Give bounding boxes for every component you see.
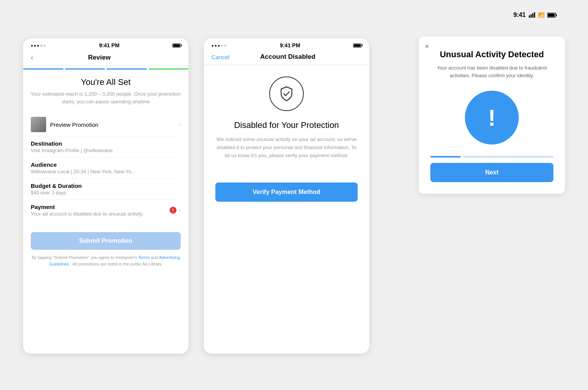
destination-section: Destination Visit Instagram Profile | @w… [31,136,181,158]
audience-value: Willowvane Local | 20-34 | New York, New… [31,169,181,174]
progress-seg-1 [23,68,63,70]
phone2-cancel-button[interactable]: Cancel [212,54,230,60]
phones-container: ●●●○○ 9:41 PM ‹ Review You're All Set Yo… [23,38,385,353]
panel-title: Unusual Activity Detected [430,50,553,60]
shield-icon-container [269,76,304,111]
phone1-time: 9:41 PM [99,42,120,48]
svg-rect-1 [531,14,532,18]
desktop-time: 9:41 [513,12,526,18]
svg-rect-3 [534,12,535,18]
phone1-progress-bar [23,66,188,70]
phone2-status-bar: ●●●○○ 9:41 PM [204,38,369,51]
svg-rect-0 [529,15,530,18]
destination-title: Destination [31,140,181,147]
payment-chevron-icon: › [179,207,181,214]
panel-progress-indicator [430,156,553,158]
phone1-battery [172,43,181,48]
preview-promotion-row[interactable]: Preview Promotion › [31,113,181,136]
phone2-disabled: ●●●○○ 9:41 PM Cancel Account Disabled Di… [204,38,369,353]
disclaimer-pre: By tapping "Submit Promotion" you agree … [32,255,138,260]
disclaimer-post: . All promotions are listed in the publi… [70,262,162,266]
preview-chevron-icon: › [179,121,181,128]
disabled-title: Disabled for Your Protection [215,120,358,130]
desktop-top-bar: 9:41 📶 [0,0,588,31]
phone1-status-bar: ●●●○○ 9:41 PM [23,38,188,51]
phone2-nav-title: Account Disabled [260,53,316,61]
wifi-icon: 📶 [538,12,545,18]
signal-icon [529,12,536,18]
payment-title: Payment [31,204,143,210]
phone2-signal-dots: ●●●○○ [212,43,227,48]
alert-icon: ! [488,105,496,131]
svg-text:📶: 📶 [538,12,545,18]
next-button[interactable]: Next [430,163,553,182]
alert-circle: ! [465,91,519,144]
disclaimer-mid: and [151,255,159,260]
progress-seg-3 [107,68,147,70]
phone1-review: ●●●○○ 9:41 PM ‹ Review You're All Set Yo… [23,38,188,353]
destination-value: Visit Instagram Profile | @willowvane [31,148,181,153]
desktop-status: 9:41 📶 [513,12,557,18]
panel-close-button[interactable]: × [425,43,429,51]
phone1-back-button[interactable]: ‹ [31,53,33,62]
phone2-battery [353,43,361,48]
disabled-desc: We noticed some unusual activity on your… [215,136,358,159]
panel-desc: Your account has been disabled due to fr… [430,64,553,79]
progress-seg-4 [148,68,189,70]
svg-rect-2 [532,13,533,18]
phone2-content: Disabled for Your Protection We noticed … [204,65,369,213]
budget-value: $40 over 3 days [31,190,181,196]
phone1-content: You're All Set Your estimated reach is 1… [23,70,188,275]
audience-section: Audience Willowvane Local | 20-34 | New … [31,158,181,179]
payment-section[interactable]: Payment Your ad account is disabled due … [31,200,181,221]
payment-error-text: Your ad account is disabled due to unusu… [31,211,143,217]
preview-label: Preview Promotion [50,121,98,128]
battery-icon [547,13,557,18]
phone1-nav-title: Review [88,54,111,61]
desktop-panel: × Unusual Activity Detected Your account… [419,37,565,194]
terms-link[interactable]: Terms [138,255,150,260]
submit-promotion-button[interactable]: Submit Promotion [31,232,181,250]
budget-title: Budget & Duration [31,183,181,189]
payment-error-badge: ! [170,207,177,214]
phone1-signal-dots: ●●●○○ [31,43,46,48]
phone2-time: 9:41 PM [280,42,300,48]
phone2-nav: Cancel Account Disabled [204,51,369,65]
svg-rect-7 [548,13,555,17]
phone1-nav: ‹ Review [23,51,188,66]
budget-section: Budget & Duration $40 over 3 days [31,179,181,200]
audience-title: Audience [31,161,181,168]
shield-check-icon [278,85,295,102]
review-subtitle: Your estimated reach is 1,200 – 3,200 pe… [31,90,181,105]
progress-seg-2 [65,68,105,70]
desktop-status-icons: 📶 [529,12,557,18]
preview-thumbnail [31,117,46,132]
review-title: You're All Set [31,77,181,87]
verify-payment-button[interactable]: Verify Payment Method [215,183,358,202]
panel-prog-2 [463,156,554,158]
panel-prog-1 [430,156,461,158]
svg-rect-6 [556,14,557,16]
submit-disclaimer: By tapping "Submit Promotion" you agree … [31,254,181,267]
